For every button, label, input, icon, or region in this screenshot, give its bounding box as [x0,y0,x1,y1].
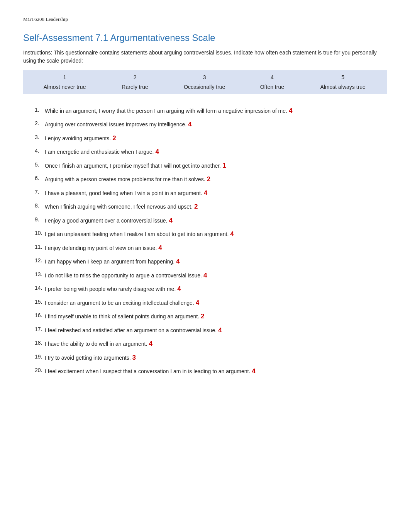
page-title: Self-Assessment 7.1 Argumentativeness Sc… [23,31,387,45]
question-text: Arguing over controversial issues improv… [45,121,186,127]
answer-value: 4 [230,230,234,238]
question-number: 15. [35,298,45,306]
question-number: 20. [35,366,45,374]
question-number: 11. [35,243,45,251]
answer-value: 2 [207,175,210,183]
question-text: I enjoy a good argument over a controver… [45,218,168,224]
question-text: When I finish arguing with someone, I fe… [45,204,193,210]
question-text: I feel excitement when I suspect that a … [45,368,250,374]
scale-number: 3 [164,70,245,82]
question-text: I try to avoid getting into arguments. [45,355,131,361]
question-text: I prefer being with people who rarely di… [45,286,176,292]
answer-value: 4 [218,326,222,334]
list-item: 3.I enjoy avoiding arguments.2 [35,133,387,143]
list-item: 20.I feel excitement when I suspect that… [35,366,387,376]
list-item: 8.When I finish arguing with someone, I … [35,202,387,212]
answer-value: 2 [201,313,204,320]
list-item: 7.I have a pleasant, good feeling when I… [35,188,387,198]
scale-label: Rarely true [106,82,164,94]
scale-label: Almost never true [23,82,106,94]
list-item: 19.I try to avoid getting into arguments… [35,353,387,363]
list-item: 12.I am happy when I keep an argument fr… [35,257,387,267]
question-number: 14. [35,284,45,292]
answer-value: 4 [169,217,173,224]
answer-value: 4 [204,189,207,197]
answer-value: 4 [289,107,292,114]
list-item: 13.I do not like to miss the opportunity… [35,270,387,280]
scale-number: 1 [23,70,106,82]
question-text: I find myself unable to think of salient… [45,313,199,320]
list-item: 15.I consider an argument to be an excit… [35,298,387,308]
question-number: 10. [35,229,45,237]
question-text: I am energetic and enthusiastic when I a… [45,149,154,155]
list-item: 11.I enjoy defending my point of view on… [35,243,387,253]
scale-number: 4 [245,70,299,82]
answer-value: 3 [132,354,136,361]
question-number: 8. [35,202,45,210]
question-text: While in an argument, I worry that the p… [45,108,287,114]
list-item: 9.I enjoy a good argument over a controv… [35,216,387,226]
scale-table: 12345 Almost never trueRarely trueOccasi… [23,70,387,94]
answer-value: 4 [188,121,191,128]
list-item: 5.Once I finish an argument, I promise m… [35,161,387,171]
answer-value: 4 [196,299,199,306]
list-item: 6.Arguing with a person creates more pro… [35,174,387,184]
course-label: MGT6208 Leadership [23,15,387,23]
answer-value: 4 [158,244,162,252]
scale-number: 5 [299,70,387,82]
answer-value: 4 [176,258,180,265]
questions-container: 1.While in an argument, I worry that the… [35,106,387,376]
question-number: 19. [35,353,45,361]
question-number: 17. [35,325,45,333]
question-text: I have the ability to do well in an argu… [45,341,147,347]
list-item: 1.While in an argument, I worry that the… [35,106,387,116]
question-number: 12. [35,257,45,265]
question-text: I enjoy defending my point of view on an… [45,245,157,251]
question-text: I do not like to miss the opportunity to… [45,272,202,279]
question-text: Once I finish an argument, I promise mys… [45,163,221,169]
list-item: 10.I get an unpleasant feeling when I re… [35,229,387,239]
answer-value: 2 [194,203,198,210]
answer-value: 4 [252,367,255,375]
question-number: 13. [35,270,45,279]
question-number: 16. [35,311,45,320]
answer-value: 4 [177,285,181,292]
question-text: I consider an argument to be an exciting… [45,300,194,306]
question-text: I feel refreshed and satisfied after an … [45,327,217,333]
question-number: 2. [35,119,45,127]
list-item: 2.Arguing over controversial issues impr… [35,119,387,129]
list-item: 16.I find myself unable to think of sali… [35,311,387,321]
question-number: 9. [35,216,45,224]
list-item: 4.I am energetic and enthusiastic when I… [35,147,387,157]
list-item: 18.I have the ability to do well in an a… [35,339,387,349]
question-number: 18. [35,339,45,347]
question-text: I am happy when I keep an argument from … [45,258,175,265]
scale-label: Often true [245,82,299,94]
question-text: I have a pleasant, good feeling when I w… [45,190,202,196]
answer-value: 4 [156,148,159,155]
question-number: 1. [35,106,45,114]
scale-number: 2 [106,70,164,82]
instructions: Instructions: This questionnaire contain… [23,49,387,65]
question-number: 4. [35,147,45,155]
list-item: 17.I feel refreshed and satisfied after … [35,325,387,335]
answer-value: 1 [222,162,226,169]
question-text: I get an unpleasant feeling when I reali… [45,231,229,237]
scale-label: Almost always true [299,82,387,94]
question-number: 5. [35,161,45,169]
list-item: 14.I prefer being with people who rarely… [35,284,387,294]
scale-label: Occasionally true [164,82,245,94]
answer-value: 2 [112,134,116,142]
answer-value: 4 [149,340,152,347]
question-number: 7. [35,188,45,196]
question-text: I enjoy avoiding arguments. [45,135,111,141]
question-number: 6. [35,174,45,182]
answer-value: 4 [203,272,207,279]
question-text: Arguing with a person creates more probl… [45,176,205,182]
question-number: 3. [35,133,45,141]
